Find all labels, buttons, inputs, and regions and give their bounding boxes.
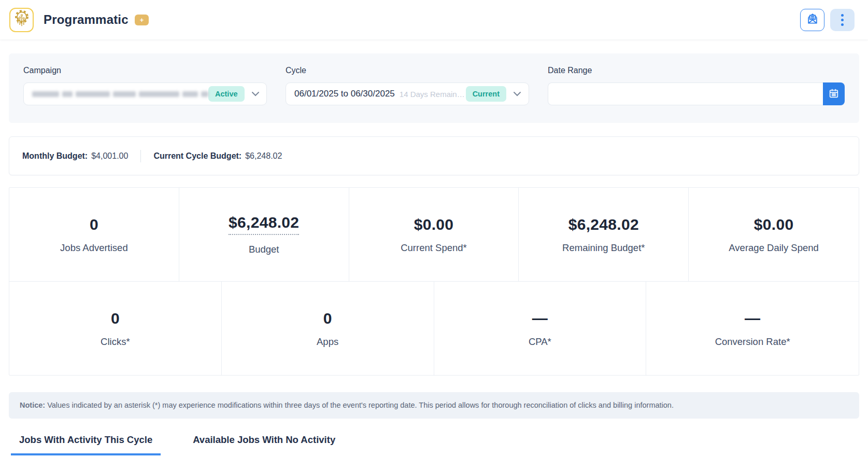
stats-row-2: 0 Clicks* 0 Apps — CPA* — Conversion Rat…	[9, 282, 859, 375]
stat-label: CPA*	[529, 336, 551, 348]
cycle-range-text: 06/01/2025 to 06/30/2025	[294, 89, 395, 99]
stat-label: Conversion Rate*	[715, 336, 790, 348]
cycle-filter: Cycle 06/01/2025 to 06/30/2025 14 Days R…	[286, 66, 529, 105]
mail-button[interactable]	[800, 9, 824, 31]
stat-value: 0	[111, 310, 120, 327]
stat-conversion-rate: — Conversion Rate*	[646, 282, 859, 375]
date-range-control	[548, 82, 845, 105]
monthly-budget-label: Monthly Budget:	[22, 151, 88, 161]
status-badge: Active	[208, 86, 245, 102]
jobs-tabs: Jobs With Activity This Cycle Available …	[9, 434, 859, 455]
stat-average-daily-spend: $0.00 Average Daily Spend	[689, 188, 859, 281]
date-range-label: Date Range	[548, 66, 845, 75]
tab-jobs-with-activity[interactable]: Jobs With Activity This Cycle	[11, 434, 161, 455]
stat-apps: 0 Apps	[222, 282, 434, 375]
date-range-filter: Date Range	[548, 66, 845, 105]
calendar-icon	[828, 88, 839, 101]
header-actions	[800, 9, 855, 31]
cycle-label: Cycle	[286, 66, 529, 75]
cycle-budget-value: $6,248.02	[245, 151, 282, 161]
stat-current-spend: $0.00 Current Spend*	[349, 188, 519, 281]
budget-summary-bar: Monthly Budget: $4,001.00 Current Cycle …	[9, 136, 859, 175]
more-options-button[interactable]	[830, 9, 855, 31]
stat-clicks: 0 Clicks*	[9, 282, 222, 375]
stat-remaining-budget: $6,248.02 Remaining Budget*	[519, 188, 689, 281]
stats-grid: 0 Jobs Advertised $6,248.02 Budget $0.00…	[9, 187, 859, 376]
stat-value: $0.00	[754, 216, 794, 233]
stat-value: 0	[323, 310, 332, 327]
campaign-label: Campaign	[23, 66, 267, 75]
filters-panel: Campaign Active Cycle 06/01/2025 to 06/3…	[9, 53, 859, 123]
stat-label: Jobs Advertised	[60, 242, 128, 254]
calendar-button[interactable]	[823, 82, 845, 105]
stat-label: Current Spend*	[401, 242, 467, 254]
monthly-budget-value: $4,001.00	[91, 151, 128, 161]
chevron-down-icon	[251, 89, 260, 99]
notice-label: Notice:	[20, 401, 45, 409]
stat-label: Remaining Budget*	[562, 242, 645, 254]
campaign-name-redacted	[32, 91, 208, 97]
stat-value: —	[532, 310, 548, 327]
status-badge: Current	[466, 86, 506, 102]
campaign-filter: Campaign Active	[23, 66, 267, 105]
gear-circuit-icon	[12, 9, 31, 30]
stat-value-tooltip[interactable]: $6,248.02	[229, 214, 299, 235]
stat-budget: $6,248.02 Budget	[179, 188, 349, 281]
stat-value: 0	[90, 216, 98, 233]
stat-value: —	[745, 310, 760, 327]
date-range-input[interactable]	[548, 82, 823, 105]
stat-jobs-advertised: 0 Jobs Advertised	[9, 188, 179, 281]
cycle-select[interactable]: 06/01/2025 to 06/30/2025 14 Days Remaini…	[286, 82, 529, 105]
kebab-menu-icon	[841, 14, 844, 26]
stat-label: Average Daily Spend	[729, 242, 818, 254]
divider	[140, 150, 141, 162]
stat-label: Budget	[249, 244, 279, 255]
mail-open-icon	[805, 12, 820, 27]
notice-banner: Notice:Values indicated by an asterisk (…	[9, 392, 859, 419]
campaign-select[interactable]: Active	[23, 82, 267, 105]
stat-label: Apps	[317, 336, 338, 348]
stat-value: $0.00	[414, 216, 454, 233]
stat-label: Clicks*	[101, 336, 130, 348]
stat-value: $6,248.02	[568, 216, 639, 233]
stats-row-1: 0 Jobs Advertised $6,248.02 Budget $0.00…	[9, 188, 859, 282]
tab-available-jobs-no-activity[interactable]: Available Jobs With No Activity	[184, 434, 344, 455]
cycle-budget-label: Current Cycle Budget:	[153, 151, 241, 161]
notice-text: Values indicated by an asterisk (*) may …	[47, 401, 674, 409]
cycle-days-remaining: 14 Days Remaining	[400, 90, 466, 99]
chevron-down-icon	[513, 89, 521, 99]
app-logo	[9, 8, 34, 32]
stat-cpa: — CPA*	[434, 282, 647, 375]
add-button[interactable]: +	[135, 15, 149, 25]
page-title: Programmatic	[44, 12, 129, 27]
programmatic-dashboard: Programmatic +	[0, 0, 868, 471]
app-header: Programmatic +	[0, 0, 868, 39]
